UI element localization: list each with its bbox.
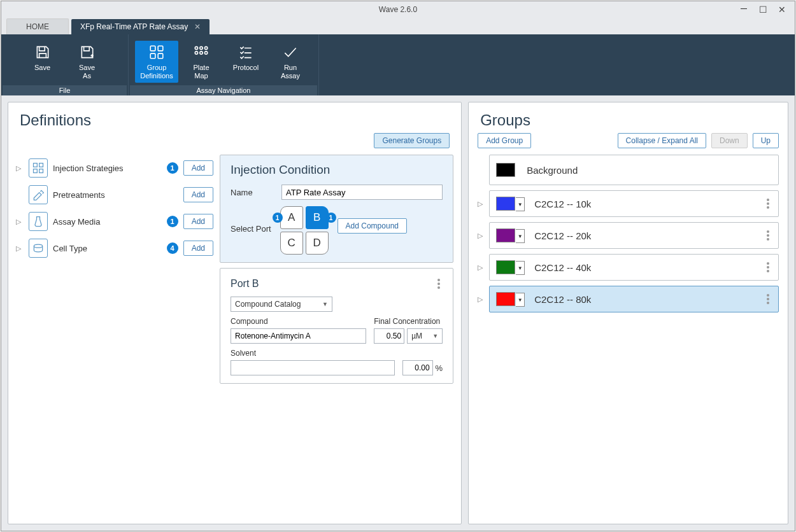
chevron-down-icon[interactable]: ▼ <box>516 261 525 275</box>
color-swatch[interactable]: ▼ <box>496 228 515 242</box>
expand-icon[interactable]: ▷ <box>16 164 24 172</box>
main-area: Definitions Generate Groups ▷ Injection … <box>1 95 795 531</box>
chevron-down-icon: ▼ <box>432 333 438 339</box>
pretreatments-icon <box>29 185 48 204</box>
port-a-button[interactable]: A <box>280 206 303 229</box>
chevron-down-icon[interactable]: ▼ <box>516 197 525 211</box>
more-icon[interactable] <box>764 196 772 211</box>
ribbon-group-nav-label: Assay Navigation <box>130 85 317 95</box>
expand-icon[interactable]: ▷ <box>478 263 485 272</box>
expand-icon[interactable]: ▷ <box>478 295 485 304</box>
expand-icon[interactable]: ▷ <box>478 232 485 240</box>
chevron-down-icon[interactable]: ▼ <box>516 293 525 307</box>
concentration-unit-select[interactable]: µM ▼ <box>407 328 443 344</box>
expand-icon[interactable]: ▷ <box>16 244 24 253</box>
save-icon <box>34 43 51 61</box>
svg-rect-0 <box>150 46 155 51</box>
port-grid: A B C D <box>280 206 329 255</box>
add-button[interactable]: Add <box>183 187 213 202</box>
protocol-button[interactable]: Protocol <box>224 41 267 83</box>
group-row: ▷ ▼ C2C12 -- 20k <box>478 222 779 249</box>
run-assay-button[interactable]: Run Assay <box>269 41 312 83</box>
definitions-list: ▷ Injection Strategies 1 Add ▷ Pret <box>16 155 213 516</box>
assay-media-icon <box>29 212 48 231</box>
group-label: C2C12 -- 10k <box>534 199 591 209</box>
port-b-badge: 1 <box>326 213 336 223</box>
more-icon[interactable] <box>764 228 772 243</box>
percent-unit: % <box>436 363 443 373</box>
tab-home[interactable]: HOME <box>6 18 69 34</box>
port-c-button[interactable]: C <box>280 232 303 255</box>
color-swatch[interactable]: ▼ <box>496 197 515 211</box>
add-group-button[interactable]: Add Group <box>478 133 531 148</box>
run-assay-icon <box>282 43 299 61</box>
svg-point-14 <box>34 244 42 248</box>
tab-bar: HOME XFp Real-Time ATP Rate Assay ✕ <box>1 18 795 34</box>
svg-point-6 <box>204 46 207 49</box>
expand-icon[interactable]: ▷ <box>478 200 485 208</box>
save-as-icon <box>79 43 96 61</box>
select-port-label: Select Port <box>231 206 271 234</box>
more-icon[interactable] <box>764 260 772 275</box>
up-button[interactable]: Up <box>753 133 779 148</box>
group-label: C2C12 -- 20k <box>534 230 591 241</box>
group-definitions-icon <box>148 43 165 61</box>
group-item[interactable]: ▼ C2C12 -- 20k <box>489 222 779 249</box>
color-swatch <box>496 163 515 177</box>
injection-condition-card: Injection Condition Name Select Port A <box>220 155 453 263</box>
add-compound-button[interactable]: Add Compound <box>338 218 407 234</box>
save-as-button[interactable]: Save As <box>66 41 109 83</box>
final-concentration-input[interactable] <box>374 328 404 344</box>
add-button[interactable]: Add <box>183 214 213 229</box>
svg-rect-1 <box>158 46 163 51</box>
tab-document[interactable]: XFp Real-Time ATP Rate Assay ✕ <box>71 19 210 34</box>
group-item[interactable]: ▼ C2C12 -- 40k <box>489 254 779 281</box>
solvent-label: Solvent <box>231 349 395 358</box>
tab-close-icon[interactable]: ✕ <box>194 22 201 31</box>
svg-rect-11 <box>39 164 43 167</box>
group-item[interactable]: ▼ C2C12 -- 10k <box>489 190 779 217</box>
def-label: Pretreatments <box>53 190 162 200</box>
more-icon[interactable] <box>435 276 443 291</box>
window-title: Wave 2.6.0 <box>379 5 417 14</box>
solvent-percent-input[interactable] <box>402 360 433 375</box>
close-icon[interactable]: ✕ <box>776 4 788 15</box>
add-button[interactable]: Add <box>183 241 213 256</box>
down-button[interactable]: Down <box>711 133 748 148</box>
collapse-expand-button[interactable]: Collapse / Expand All <box>618 133 706 148</box>
group-label: C2C12 -- 80k <box>534 294 591 305</box>
port-d-button[interactable]: D <box>306 232 329 255</box>
more-icon[interactable] <box>764 291 772 307</box>
maximize-icon[interactable]: ☐ <box>757 4 769 15</box>
add-button[interactable]: Add <box>183 160 213 176</box>
port-b-button[interactable]: B <box>306 206 329 229</box>
svg-rect-2 <box>150 53 155 59</box>
svg-rect-10 <box>34 164 38 167</box>
port-b-card: Port B Compound Catalog ▼ Compound <box>220 268 453 384</box>
group-label: Background <box>527 165 578 176</box>
minimize-icon[interactable]: – <box>737 4 750 15</box>
color-swatch[interactable]: ▼ <box>496 292 515 306</box>
color-swatch[interactable]: ▼ <box>496 260 515 274</box>
expand-icon[interactable]: ▷ <box>16 218 24 226</box>
group-definitions-button[interactable]: Group Definitions <box>135 41 178 83</box>
plate-map-button[interactable]: Plate Map <box>180 41 223 83</box>
chevron-down-icon[interactable]: ▼ <box>516 229 525 243</box>
group-background[interactable]: Background <box>489 155 779 185</box>
svg-rect-13 <box>39 169 43 173</box>
group-item[interactable]: ▼ C2C12 -- 80k <box>489 286 779 312</box>
generate-groups-button[interactable]: Generate Groups <box>374 133 450 148</box>
plate-map-icon <box>193 43 210 61</box>
svg-rect-3 <box>158 53 163 59</box>
tab-document-label: XFp Real-Time ATP Rate Assay <box>80 22 188 31</box>
count-badge: 4 <box>167 242 178 254</box>
solvent-input[interactable] <box>231 360 395 375</box>
def-row-assay-media: ▷ Assay Media 1 Add <box>16 208 213 235</box>
compound-catalog-select[interactable]: Compound Catalog ▼ <box>231 297 332 312</box>
groups-title: Groups <box>469 102 788 133</box>
compound-input[interactable] <box>231 328 366 344</box>
port-a-badge: 1 <box>273 213 283 223</box>
name-input[interactable] <box>281 185 443 200</box>
svg-point-4 <box>195 46 197 49</box>
save-button[interactable]: Save <box>21 41 64 83</box>
